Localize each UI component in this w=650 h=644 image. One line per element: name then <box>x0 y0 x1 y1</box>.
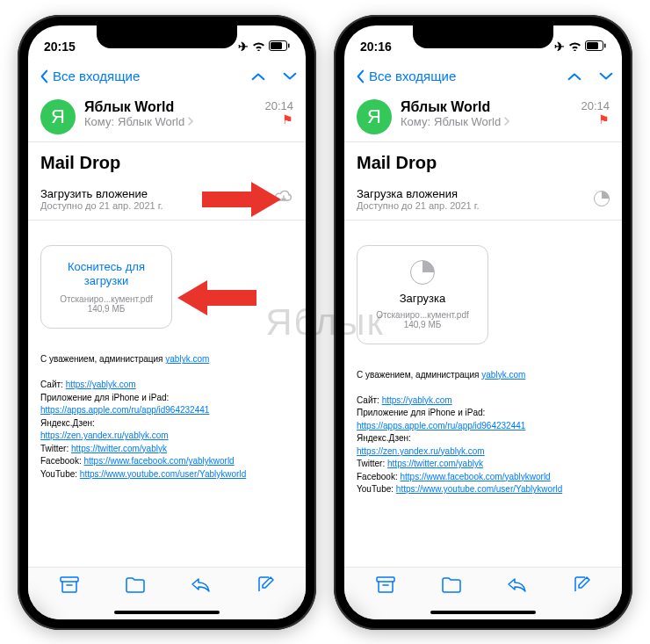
chevron-right-icon <box>188 117 194 126</box>
subject: Mail Drop <box>344 142 622 182</box>
maildrop-row[interactable]: Загрузка вложения Доступно до 21 апр. 20… <box>344 182 622 221</box>
to-prefix: Кому: <box>84 115 114 128</box>
link-site[interactable]: https://yablyk.com <box>66 380 136 389</box>
link-yablyk[interactable]: yablyk.com <box>481 370 525 380</box>
message-header: Я Яблык World Кому: Яблык World 20:14 ⚑ <box>344 94 622 142</box>
nav-bar: Все входящие <box>28 59 306 94</box>
message-header: Я Яблык World Кому: Яблык World 20:14 ⚑ <box>28 94 306 142</box>
home-indicator[interactable] <box>114 611 220 614</box>
sig-greeting: С уважением, администрация <box>357 370 481 380</box>
card-title: Загрузка <box>365 292 480 305</box>
svg-rect-3 <box>61 577 78 582</box>
from-name[interactable]: Яблык World <box>401 99 572 115</box>
attach-expiry: Доступно до 21 апр. 2021 г. <box>40 200 163 211</box>
sig-site-label: Сайт: <box>357 395 382 405</box>
compose-button[interactable] <box>573 576 590 597</box>
to-name: Яблык World <box>118 115 184 128</box>
link-dzen[interactable]: https://zen.yandex.ru/yablyk.com <box>40 431 169 440</box>
prev-message-button[interactable] <box>251 69 265 83</box>
attach-title: Загрузить вложение <box>40 187 163 200</box>
battery-icon <box>269 40 290 54</box>
link-dzen[interactable]: https://zen.yandex.ru/yablyk.com <box>357 446 485 456</box>
chevron-left-icon <box>353 69 367 83</box>
message-body: С уважением, администрация yablyk.com Са… <box>28 353 306 481</box>
link-facebook[interactable]: https://www.facebook.com/yablykworld <box>83 456 234 466</box>
file-name: Отсканиро...кумент.pdf <box>48 294 164 304</box>
back-button[interactable]: Все входящие <box>353 69 456 83</box>
to-line[interactable]: Кому: Яблык World <box>84 115 256 128</box>
link-site[interactable]: https://yablyk.com <box>382 395 452 405</box>
battery-icon <box>585 40 606 54</box>
archive-button[interactable] <box>376 576 395 597</box>
link-app[interactable]: https://apps.apple.com/ru/app/id96423244… <box>40 405 209 415</box>
folder-button[interactable] <box>126 577 145 597</box>
sig-fb-label: Facebook: <box>40 456 83 466</box>
sig-tw-label: Twitter: <box>40 444 71 453</box>
notch <box>413 25 553 48</box>
message-time: 20:14 <box>581 99 610 112</box>
back-label: Все входящие <box>53 69 140 83</box>
attach-title: Загрузка вложения <box>357 187 480 200</box>
svg-rect-1 <box>271 42 282 49</box>
message-time: 20:14 <box>264 99 293 112</box>
link-facebook[interactable]: https://www.facebook.com/yablykworld <box>400 472 550 481</box>
next-message-button[interactable] <box>599 69 613 83</box>
maildrop-row[interactable]: Загрузить вложение Доступно до 21 апр. 2… <box>28 182 306 221</box>
sig-site-label: Сайт: <box>40 380 66 389</box>
link-twitter[interactable]: https://twitter.com/yablyk <box>71 444 167 453</box>
reply-button[interactable] <box>507 577 526 597</box>
sig-app-label: Приложение для iPhone и iPad: <box>40 393 169 402</box>
sig-greeting: С уважением, администрация <box>40 354 165 364</box>
chevron-left-icon <box>37 69 51 83</box>
progress-indicator-icon <box>594 191 610 206</box>
avatar[interactable]: Я <box>40 99 76 134</box>
link-youtube[interactable]: https://www.youtube.com/user/Yablykworld <box>396 484 562 494</box>
wifi-icon <box>568 40 581 54</box>
attachment-card[interactable]: Загрузка Отсканиро...кумент.pdf 140,9 МБ <box>357 245 488 344</box>
file-size: 140,9 МБ <box>48 304 164 314</box>
link-yablyk[interactable]: yablyk.com <box>165 354 209 364</box>
chevron-right-icon <box>504 117 510 126</box>
subject: Mail Drop <box>28 142 306 182</box>
sig-dzen-label: Яндекс.Дзен: <box>40 418 95 428</box>
compose-button[interactable] <box>256 576 274 597</box>
card-title-line1: Коснитесь для <box>68 260 145 273</box>
to-name: Яблык World <box>434 115 501 128</box>
status-time: 20:16 <box>360 40 392 54</box>
airplane-icon: ✈︎ <box>554 40 565 54</box>
phone-left: 20:15 ✈︎ Все входящие Я <box>18 15 316 630</box>
to-line[interactable]: Кому: Яблык World <box>401 115 572 128</box>
attach-expiry: Доступно до 21 апр. 2021 г. <box>357 200 480 211</box>
progress-indicator-icon <box>410 260 435 285</box>
archive-button[interactable] <box>60 576 79 597</box>
sig-fb-label: Facebook: <box>357 472 400 481</box>
link-twitter[interactable]: https://twitter.com/yablyk <box>387 459 483 468</box>
next-message-button[interactable] <box>283 69 297 83</box>
file-size: 140,9 МБ <box>365 320 480 329</box>
link-app[interactable]: https://apps.apple.com/ru/app/id96423244… <box>357 421 525 431</box>
flag-icon: ⚑ <box>581 112 610 127</box>
sig-yt-label: YouTube: <box>357 484 396 494</box>
attachment-card[interactable]: Коснитесь для загрузки Отсканиро...кумен… <box>40 245 172 329</box>
folder-button[interactable] <box>442 577 461 597</box>
airplane-icon: ✈︎ <box>238 40 249 54</box>
status-time: 20:15 <box>44 40 76 54</box>
flag-icon: ⚑ <box>264 112 293 127</box>
reply-button[interactable] <box>191 577 210 597</box>
annotation-arrow-1 <box>202 182 281 217</box>
link-youtube[interactable]: https://www.youtube.com/user/Yablykworld <box>80 469 246 479</box>
svg-rect-5 <box>587 42 598 49</box>
back-button[interactable]: Все входящие <box>37 69 140 83</box>
from-name[interactable]: Яблык World <box>84 99 256 115</box>
nav-bar: Все входящие <box>344 59 622 94</box>
back-label: Все входящие <box>369 69 456 83</box>
phone-right: 20:16 ✈︎ Все входящие Я <box>334 15 632 630</box>
prev-message-button[interactable] <box>567 69 581 83</box>
annotation-arrow-2 <box>177 280 256 315</box>
sig-app-label: Приложение для iPhone и iPad: <box>357 408 485 417</box>
avatar[interactable]: Я <box>357 99 392 134</box>
wifi-icon <box>252 40 265 54</box>
sig-tw-label: Twitter: <box>357 459 387 468</box>
home-indicator[interactable] <box>430 611 536 614</box>
svg-rect-6 <box>604 43 606 47</box>
